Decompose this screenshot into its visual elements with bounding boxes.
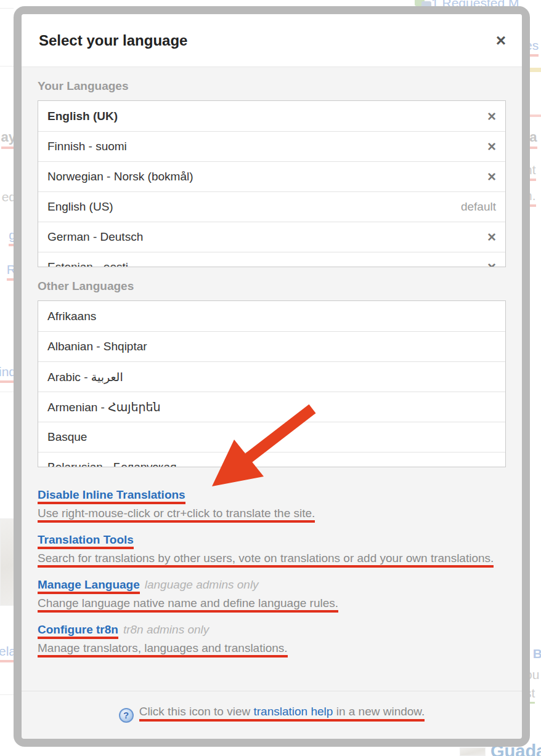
language-dialog-content: Select your language × Your Languages En… (22, 14, 522, 739)
language-label: Norwegian - Norsk (bokmål) (47, 170, 193, 183)
translation-actions: Disable Inline Translations Use right-mo… (38, 486, 497, 666)
language-row[interactable]: Albanian - Shqiptar (38, 331, 505, 361)
footer-text-before: Click this icon to view (139, 705, 254, 718)
dialog-header: Select your language × (22, 14, 522, 67)
bg-photo-thumbnail (460, 747, 486, 756)
action-description: Change language native name and define l… (38, 597, 338, 613)
translation-tools-link[interactable]: Translation Tools (38, 533, 134, 549)
action-block: Translation Tools Search for translation… (38, 531, 497, 568)
action-description: Search for translations by other users, … (38, 552, 494, 568)
language-row[interactable]: Estonian - eesti × (38, 252, 505, 267)
action-description: Manage translators, languages and transl… (38, 641, 288, 657)
bg-photo-thumbnail (0, 518, 14, 606)
action-block: Configure tr8ntr8n admins only Manage tr… (38, 621, 497, 657)
admin-note: tr8n admins only (123, 623, 209, 636)
language-row[interactable]: German - Deutsch × (38, 222, 505, 252)
close-icon[interactable]: × (496, 32, 506, 49)
action-block: Manage Languagelanguage admins only Chan… (38, 576, 497, 613)
dialog-footer: ?Click this icon to view translation hel… (22, 691, 522, 739)
language-label: English (UK) (47, 110, 118, 123)
other-languages-list[interactable]: Afrikaans Albanian - Shqiptar Arabic - ا… (38, 300, 506, 467)
language-row[interactable]: Norwegian - Norsk (bokmål) × (38, 161, 505, 191)
language-label: English (US) (47, 200, 113, 214)
language-label: Armenian - Հայերեն (47, 400, 161, 414)
bg-yellow-highlight (529, 68, 541, 72)
admin-note: language admins only (145, 578, 259, 591)
language-row[interactable]: English (US) default (38, 191, 505, 222)
remove-language-icon[interactable]: × (487, 139, 496, 154)
dialog-body: Your Languages English (UK) × Finnish - … (22, 67, 522, 739)
language-row[interactable]: Finnish - suomi × (38, 131, 505, 161)
language-row[interactable]: Belarusian - Беларуская (38, 452, 505, 467)
language-label: Albanian - Shqiptar (47, 340, 147, 353)
help-icon[interactable]: ? (119, 708, 134, 723)
language-dialog: Select your language × Your Languages En… (14, 6, 530, 747)
language-row[interactable]: Armenian - Հայերեն (38, 392, 505, 422)
remove-language-icon[interactable]: × (487, 109, 496, 124)
other-languages-heading: Other Languages (38, 279, 506, 293)
disable-inline-translations-link[interactable]: Disable Inline Translations (38, 488, 185, 504)
your-languages-list[interactable]: English (UK) × Finnish - suomi × Norwegi… (38, 100, 506, 267)
language-row[interactable]: Basque (38, 422, 505, 452)
remove-language-icon[interactable]: × (487, 169, 496, 184)
default-badge: default (461, 200, 496, 214)
language-label: Arabic - العربية (47, 370, 123, 384)
configure-tr8n-link[interactable]: Configure tr8n (38, 623, 118, 639)
bg-divider (0, 8, 14, 9)
language-label: German - Deutsch (47, 230, 143, 244)
language-row[interactable]: English (UK) × (38, 101, 505, 131)
footer-help-text: Click this icon to view translation help… (139, 705, 425, 722)
remove-language-icon[interactable]: × (487, 230, 496, 244)
bg-divider (0, 66, 14, 66)
language-label: Estonian - eesti (47, 260, 128, 267)
language-row[interactable]: Arabic - العربية (38, 361, 505, 392)
translation-help-link[interactable]: translation help (254, 705, 333, 718)
footer-text-after: in a new window. (333, 705, 425, 718)
dialog-title: Select your language (39, 32, 187, 49)
manage-language-link[interactable]: Manage Language (38, 578, 140, 594)
language-row[interactable]: Afrikaans (38, 301, 505, 331)
your-languages-heading: Your Languages (38, 79, 506, 93)
language-label: Belarusian - Беларуская (47, 460, 176, 467)
action-description: Use right-mouse-click or ctr+click to tr… (38, 507, 315, 523)
action-block: Disable Inline Translations Use right-mo… (38, 486, 497, 523)
bg-divider (0, 694, 14, 695)
language-label: Basque (47, 430, 87, 444)
remove-language-icon[interactable]: × (487, 260, 496, 267)
language-label: Finnish - suomi (47, 140, 127, 153)
language-label: Afrikaans (47, 310, 96, 323)
